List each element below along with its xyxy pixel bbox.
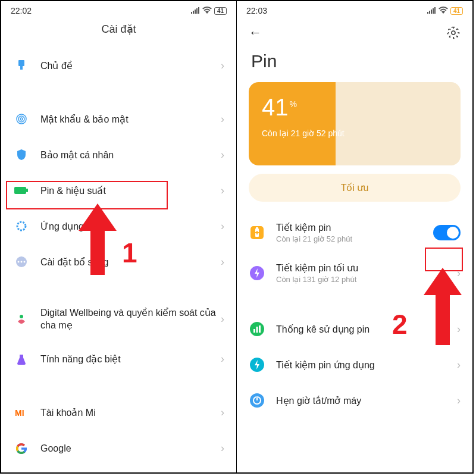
app-battery-saver-row[interactable]: Tiết kiệm pin ứng dụng › [237, 347, 472, 383]
row-label: Tiết kiệm pin ứng dụng [276, 359, 457, 371]
chevron-right-icon: › [457, 323, 461, 336]
phone-screen-settings: 22:02 41 Cài đặt Chủ đề › Mật khẩu & bảo… [1, 1, 237, 472]
svg-rect-0 [191, 12, 192, 14]
battery-saver-icon [249, 224, 265, 241]
svg-point-8 [18, 116, 24, 122]
status-indicators: 41 [191, 7, 227, 15]
settings-item-privacy[interactable]: Bảo mật cá nhân › [1, 137, 236, 173]
svg-rect-5 [18, 60, 24, 66]
battery-icon: 41 [450, 7, 463, 15]
battery-icon [13, 182, 30, 199]
svg-point-25 [452, 31, 455, 35]
svg-rect-10 [14, 187, 26, 194]
settings-item-wellbeing[interactable]: Digital Wellbeing và quyền kiểm soát của… [1, 298, 236, 342]
chevron-right-icon: › [221, 353, 224, 365]
wifi-icon [439, 7, 448, 15]
svg-rect-35 [256, 327, 258, 333]
battery-icon: 41 [214, 7, 227, 15]
svg-rect-36 [259, 325, 261, 333]
svg-point-17 [20, 315, 23, 318]
mi-logo-icon: MI [13, 405, 30, 421]
battery-percent: 41% [262, 94, 297, 121]
row-sublabel: Còn lại 21 giờ 52 phút [276, 234, 433, 243]
settings-item-label: Ứng dụng [40, 221, 221, 232]
svg-rect-6 [20, 66, 23, 70]
apps-icon [13, 218, 30, 234]
settings-item-themes[interactable]: Chủ đề › [1, 48, 236, 83]
schedule-power-row[interactable]: Hẹn giờ tắt/mở máy › [237, 383, 472, 418]
svg-rect-1 [193, 11, 194, 14]
row-sublabel: Còn lại 131 giờ 12 phút [276, 275, 457, 284]
settings-item-google[interactable]: Google › [1, 431, 236, 466]
chevron-right-icon: › [221, 406, 224, 419]
row-label: Tiết kiệm pin tối ưu [276, 262, 457, 274]
settings-item-label: Google [40, 443, 221, 454]
optimize-button[interactable]: Tối ưu [249, 174, 461, 202]
row-label: Hẹn giờ tắt/mở máy [276, 395, 457, 406]
wellbeing-icon [13, 311, 30, 328]
settings-item-battery-performance[interactable]: Pin & hiệu suất › [1, 173, 236, 208]
svg-rect-2 [195, 10, 196, 14]
settings-item-label: Tài khoản Mi [40, 407, 221, 418]
phone-screen-battery: 22:03 41 ← Pin 41% Còn lại 21 giờ 52 phú… [237, 1, 472, 472]
stats-icon [249, 321, 265, 337]
fingerprint-icon [13, 111, 30, 127]
chevron-right-icon: › [221, 442, 224, 455]
signal-icon [191, 7, 200, 15]
row-label: Thống kê sử dụng pin [276, 324, 457, 335]
chevron-right-icon: › [221, 113, 224, 126]
status-indicators: 41 [427, 7, 463, 15]
settings-item-label: Bảo mật cá nhân [40, 149, 221, 161]
battery-stats-row[interactable]: Thống kê sử dụng pin › [237, 311, 472, 347]
chevron-right-icon: › [457, 394, 461, 407]
chevron-right-icon: › [221, 60, 224, 72]
settings-item-label: Cài đặt bổ sung [40, 256, 221, 268]
svg-rect-42 [256, 396, 258, 400]
chevron-right-icon: › [221, 184, 224, 197]
settings-item-password-security[interactable]: Mật khẩu & bảo mật › [1, 101, 236, 137]
chevron-right-icon: › [457, 359, 461, 371]
settings-item-label: Mật khẩu & bảo mật [40, 114, 221, 125]
page-title: Pin [237, 48, 472, 82]
settings-item-label: Tính năng đặc biệt [40, 353, 221, 365]
app-saver-icon [249, 356, 265, 373]
ultra-saver-icon [249, 265, 265, 281]
more-icon [13, 253, 30, 270]
chevron-right-icon: › [221, 149, 224, 161]
battery-status-card[interactable]: 41% Còn lại 21 giờ 52 phút [249, 82, 461, 165]
header-bar: ← [237, 18, 472, 48]
status-bar: 22:02 41 [1, 1, 236, 18]
themes-icon [13, 57, 30, 74]
battery-remaining-text: Còn lại 21 giờ 52 phút [262, 129, 345, 138]
wifi-icon [202, 7, 212, 15]
back-button[interactable]: ← [249, 25, 262, 40]
settings-item-label: Digital Wellbeing và quyền kiểm soát của… [40, 307, 221, 332]
settings-item-additional[interactable]: Cài đặt bổ sung › [1, 244, 236, 280]
svg-rect-20 [427, 12, 428, 14]
svg-text:MI: MI [15, 408, 24, 418]
svg-rect-24 [434, 7, 436, 14]
svg-rect-11 [26, 189, 28, 192]
svg-rect-3 [196, 8, 198, 14]
shield-icon [13, 146, 30, 163]
battery-saver-row[interactable]: Tiết kiệm pin Còn lại 21 giờ 52 phút [237, 212, 472, 253]
svg-rect-4 [198, 7, 199, 14]
ultra-saver-row[interactable]: Tiết kiệm pin tối ưu Còn lại 131 giờ 12 … [237, 253, 472, 293]
google-logo-icon [13, 440, 30, 457]
settings-gear-button[interactable] [446, 26, 461, 40]
settings-item-mi-account[interactable]: MI Tài khoản Mi › [1, 395, 236, 431]
chevron-right-icon: › [221, 313, 224, 325]
svg-rect-34 [253, 329, 255, 333]
svg-point-15 [21, 261, 23, 263]
chevron-right-icon: › [457, 267, 461, 280]
lab-icon [13, 351, 30, 368]
status-time: 22:03 [246, 6, 267, 15]
page-title: Cài đặt [1, 18, 236, 48]
svg-rect-31 [255, 232, 259, 233]
settings-item-label: Pin & hiệu suất [40, 185, 221, 196]
battery-saver-toggle[interactable] [433, 225, 461, 240]
signal-icon [427, 7, 436, 15]
row-label: Tiết kiệm pin [276, 222, 433, 233]
settings-item-special[interactable]: Tính năng đặc biệt › [1, 342, 236, 377]
settings-item-apps[interactable]: Ứng dụng › [1, 208, 236, 244]
